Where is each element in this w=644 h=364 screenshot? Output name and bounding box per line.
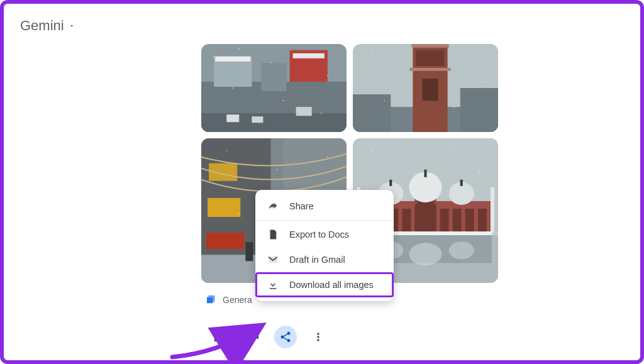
svg-point-78 xyxy=(449,241,474,259)
svg-rect-9 xyxy=(252,116,263,123)
svg-point-17 xyxy=(283,100,284,101)
svg-rect-10 xyxy=(296,107,312,116)
svg-point-32 xyxy=(384,100,385,101)
svg-point-49 xyxy=(277,169,278,170)
caret-down-icon xyxy=(68,22,75,30)
svg-rect-72 xyxy=(491,187,494,233)
svg-point-33 xyxy=(453,106,455,108)
svg-point-29 xyxy=(396,69,397,70)
svg-point-51 xyxy=(238,213,240,214)
svg-rect-68 xyxy=(389,180,392,186)
svg-rect-6 xyxy=(261,63,286,91)
share-button[interactable] xyxy=(274,326,297,348)
svg-rect-27 xyxy=(460,88,498,132)
svg-point-82 xyxy=(479,172,480,174)
share-menu: Share Export to Docs Draft in Gmail Down… xyxy=(255,190,394,301)
svg-rect-5 xyxy=(215,57,250,62)
svg-point-79 xyxy=(371,150,372,152)
svg-point-13 xyxy=(270,62,271,63)
svg-rect-7 xyxy=(201,113,347,132)
share-menu-download-all-label: Download all images xyxy=(289,280,374,290)
svg-point-12 xyxy=(238,48,240,50)
caption-text: Genera xyxy=(223,295,252,305)
svg-point-16 xyxy=(232,87,233,89)
result-image-2[interactable] xyxy=(353,44,498,132)
svg-rect-22 xyxy=(416,50,444,66)
share-menu-export-docs[interactable]: Export to Docs xyxy=(255,222,394,247)
thumbs-up-button[interactable] xyxy=(209,326,231,348)
svg-rect-23 xyxy=(411,44,448,48)
share-menu-draft-gmail-label: Draft in Gmail xyxy=(289,255,345,265)
more-options-button[interactable] xyxy=(307,326,330,348)
svg-point-11 xyxy=(213,56,214,57)
svg-point-81 xyxy=(453,149,455,150)
response-action-bar xyxy=(209,326,330,348)
result-image-1[interactable] xyxy=(201,44,347,132)
svg-point-77 xyxy=(409,243,441,265)
svg-point-15 xyxy=(327,75,328,76)
svg-rect-70 xyxy=(460,180,463,186)
svg-rect-60 xyxy=(440,209,449,233)
svg-rect-37 xyxy=(208,198,240,217)
svg-point-80 xyxy=(409,160,410,161)
share-menu-share-label: Share xyxy=(289,201,314,211)
share-menu-download-all[interactable]: Download all images xyxy=(255,272,394,297)
svg-point-14 xyxy=(308,55,309,56)
model-switcher[interactable]: Gemini xyxy=(20,18,75,34)
svg-rect-24 xyxy=(409,68,450,71)
svg-rect-69 xyxy=(424,170,426,177)
svg-point-28 xyxy=(371,53,372,54)
generation-caption: Genera xyxy=(205,294,252,306)
svg-rect-8 xyxy=(226,114,239,122)
share-menu-export-docs-label: Export to Docs xyxy=(289,229,349,240)
gmail-icon xyxy=(267,254,279,265)
svg-point-31 xyxy=(485,81,486,82)
docs-icon xyxy=(267,229,279,240)
download-icon xyxy=(267,279,279,290)
images-stack-icon xyxy=(205,294,216,306)
svg-rect-45 xyxy=(245,242,253,261)
thumbs-down-button[interactable] xyxy=(242,326,264,348)
svg-point-50 xyxy=(327,157,328,158)
share-arrow-icon xyxy=(267,201,279,212)
share-menu-draft-gmail[interactable]: Draft in Gmail xyxy=(255,247,394,272)
svg-rect-63 xyxy=(478,209,487,233)
app-name: Gemini xyxy=(20,18,64,34)
svg-point-83 xyxy=(387,175,388,177)
svg-rect-25 xyxy=(422,79,438,101)
share-menu-share[interactable]: Share xyxy=(255,194,394,219)
svg-point-18 xyxy=(321,113,322,114)
svg-rect-59 xyxy=(402,209,411,233)
svg-rect-61 xyxy=(453,209,462,233)
svg-point-30 xyxy=(466,59,467,60)
svg-rect-62 xyxy=(465,209,474,233)
svg-point-48 xyxy=(226,150,227,152)
svg-rect-38 xyxy=(206,233,244,249)
menu-separator xyxy=(255,220,394,221)
svg-rect-26 xyxy=(353,94,391,132)
